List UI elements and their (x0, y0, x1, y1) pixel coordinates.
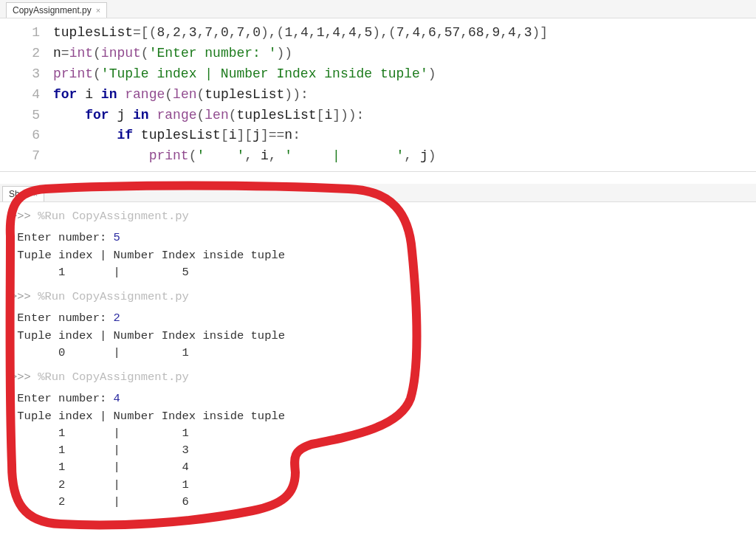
shell-output-line: 2 | 1 (10, 477, 746, 494)
code-content: if tuplesList[i][j]==n: (53, 125, 300, 146)
code-line: 7 print(' ', i, ' | ', j) (0, 146, 756, 167)
shell-output-line: 0 | 1 (10, 345, 746, 362)
close-icon[interactable]: × (33, 190, 38, 199)
shell-prompt-line: >>> %Run CopyAssignment.py (10, 289, 746, 306)
shell-output-line: 1 | 5 (10, 264, 746, 281)
shell-output-line: Tuple index | Number Index inside tuple (10, 328, 746, 345)
code-content: n=int(input('Enter number: ')) (53, 44, 292, 64)
code-line: 4for i in range(len(tuplesList)): (0, 85, 756, 106)
editor-tab-bar: CopyAssignment.py × (0, 0, 756, 18)
editor-tab[interactable]: CopyAssignment.py × (6, 2, 107, 18)
code-line: 3print('Tuple index | Number Index insid… (0, 64, 756, 85)
code-line: 6 if tuplesList[i][j]==n: (0, 125, 756, 146)
code-line: 5 for j in range(len(tuplesList[i])): (0, 106, 756, 126)
line-number: 5 (0, 106, 53, 126)
shell-output[interactable]: >>> %Run CopyAssignment.py Enter number:… (0, 202, 756, 524)
editor-tab-label: CopyAssignment.py (13, 5, 92, 15)
code-content: tuplesList=[(8,2,3,7,0,7,0),(1,4,1,4,4,5… (53, 23, 548, 44)
shell-tab[interactable]: Shell × (2, 186, 44, 201)
shell-output-line: Enter number: 4 (10, 390, 746, 407)
line-number: 3 (0, 64, 53, 85)
shell-command: %Run CopyAssignment.py (38, 370, 189, 384)
code-content: print(' ', i, ' | ', j) (53, 146, 436, 167)
shell-output-line: 2 | 6 (10, 494, 746, 511)
line-number: 1 (0, 23, 53, 44)
shell-prompt: >>> (10, 370, 38, 384)
shell-prompt-line: >>> %Run CopyAssignment.py (10, 369, 746, 386)
shell-output-line: 1 | 1 (10, 425, 746, 442)
shell-prompt: >>> (10, 290, 38, 303)
line-number: 7 (0, 146, 53, 167)
shell-output-line: Tuple index | Number Index inside tuple (10, 408, 746, 425)
shell-output-line: Tuple index | Number Index inside tuple (10, 247, 746, 264)
shell-output-line: 1 | 4 (10, 459, 746, 476)
shell-prompt: >>> (10, 210, 38, 223)
shell-tab-label: Shell (9, 189, 29, 199)
line-number: 4 (0, 85, 53, 106)
shell-prompt-line: >>> %Run CopyAssignment.py (10, 208, 746, 225)
shell-output-line: 1 | 3 (10, 442, 746, 459)
line-number: 6 (0, 125, 53, 146)
line-number: 2 (0, 44, 53, 64)
shell-command: %Run CopyAssignment.py (38, 290, 189, 303)
code-content: for j in range(len(tuplesList[i])): (53, 106, 364, 126)
code-editor[interactable]: 1tuplesList=[(8,2,3,7,0,7,0),(1,4,1,4,4,… (0, 18, 756, 172)
close-icon[interactable]: × (96, 6, 100, 15)
code-content: for i in range(len(tuplesList)): (53, 85, 309, 106)
code-line: 2n=int(input('Enter number: ')) (0, 44, 756, 64)
shell-command: %Run CopyAssignment.py (38, 210, 189, 223)
code-line: 1tuplesList=[(8,2,3,7,0,7,0),(1,4,1,4,4,… (0, 23, 756, 44)
shell-output-line: Enter number: 2 (10, 310, 746, 327)
code-content: print('Tuple index | Number Index inside… (53, 64, 436, 85)
shell-tab-bar: Shell × (0, 184, 756, 202)
shell-output-line: Enter number: 5 (10, 230, 746, 246)
